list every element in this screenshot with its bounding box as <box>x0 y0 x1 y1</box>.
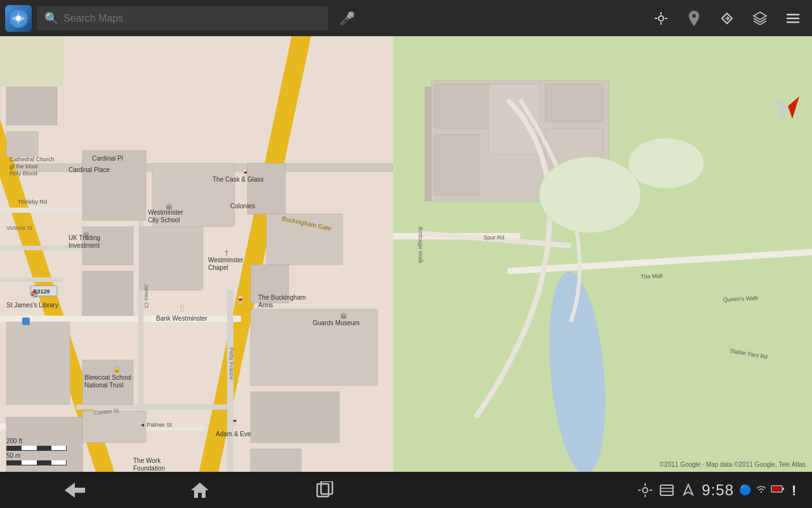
destination-button[interactable] <box>680 4 708 32</box>
svg-text:City School: City School <box>148 217 180 224</box>
svg-text:The Work: The Work <box>133 457 161 464</box>
layers-button-bottom[interactable] <box>658 474 675 506</box>
search-bar[interactable]: 🔍 <box>37 6 328 30</box>
svg-text:🔒: 🔒 <box>113 365 121 373</box>
svg-text:The Cask & Glass: The Cask & Glass <box>213 176 264 183</box>
svg-rect-48 <box>251 449 301 472</box>
wifi-icon <box>756 483 767 497</box>
time-display: 9:58 <box>702 481 734 499</box>
svg-text:Cardinal Place: Cardinal Place <box>69 166 110 173</box>
svg-text:James Ct: James Ct <box>143 284 150 309</box>
svg-rect-41 <box>140 227 203 290</box>
svg-rect-50 <box>6 322 70 404</box>
svg-text:of the Most: of the Most <box>10 163 38 170</box>
svg-rect-94 <box>22 318 30 325</box>
scale-ft-label: 200 ft <box>6 438 32 444</box>
svg-point-7 <box>692 14 696 18</box>
svg-text:Holy Blood: Holy Blood <box>10 170 37 177</box>
svg-rect-121 <box>773 487 782 491</box>
svg-point-54 <box>539 157 641 233</box>
svg-rect-34 <box>546 84 603 122</box>
svg-text:Adam & Eve: Adam & Eve <box>216 431 251 438</box>
app-icon <box>5 5 32 32</box>
bottom-bar: 9:58 🔵 <box>0 472 812 508</box>
svg-rect-47 <box>251 392 339 443</box>
svg-text:Investment: Investment <box>69 242 100 249</box>
svg-text:Blewcoat School: Blewcoat School <box>84 374 131 381</box>
my-location-button[interactable] <box>637 474 653 506</box>
svg-rect-52 <box>82 411 146 443</box>
navigation-button[interactable] <box>680 474 697 506</box>
menu-button[interactable] <box>779 4 807 32</box>
recents-button[interactable] <box>263 474 388 506</box>
svg-text:Thirleby Rd: Thirleby Rd <box>18 199 47 205</box>
location-button[interactable] <box>647 4 675 32</box>
svg-point-2 <box>658 16 664 21</box>
svg-point-1 <box>16 16 21 21</box>
svg-text:Petty France: Petty France <box>228 347 235 380</box>
svg-text:📚: 📚 <box>30 290 39 298</box>
svg-text:🍷: 🍷 <box>236 295 245 304</box>
top-bar: 🔍 🎤 <box>0 0 812 36</box>
alert-icon: ❕ <box>789 485 799 495</box>
svg-rect-24 <box>227 290 233 472</box>
svg-rect-36 <box>6 87 57 125</box>
svg-rect-42 <box>82 271 133 316</box>
svg-rect-37 <box>6 131 38 157</box>
svg-rect-27 <box>0 277 63 282</box>
svg-rect-31 <box>435 84 492 128</box>
mic-button[interactable]: 🎤 <box>333 4 361 32</box>
svg-marker-108 <box>191 483 209 498</box>
map-view[interactable]: Buckingham Gate Birdcage Walk Petty Fran… <box>0 36 812 472</box>
svg-text:Foundation: Foundation <box>133 465 165 472</box>
svg-text:🏛: 🏛 <box>166 203 173 211</box>
scale-m-label: 50 m <box>6 452 32 459</box>
svg-text:Victoria St: Victoria St <box>6 225 32 231</box>
svg-point-111 <box>643 488 648 493</box>
status-icons: 🔵 ❕ <box>739 483 799 497</box>
svg-text:Birdcage Walk: Birdcage Walk <box>417 227 424 264</box>
svg-text:Colonies: Colonies <box>230 203 255 210</box>
bluetooth-icon: 🔵 <box>739 484 752 496</box>
home-button[interactable] <box>138 474 263 506</box>
svg-rect-116 <box>660 485 673 495</box>
search-icon: 🔍 <box>44 11 58 25</box>
svg-text:Chapel: Chapel <box>208 264 228 271</box>
svg-text:Guards Museum: Guards Museum <box>313 319 360 326</box>
svg-text:The Buckingham: The Buckingham <box>258 294 306 301</box>
copyright-text: ©2011 Google · Map data ©2011 Google, Te… <box>660 461 806 468</box>
svg-text:Spur Rd: Spur Rd <box>483 234 504 241</box>
svg-text:†: † <box>225 249 228 257</box>
svg-rect-13 <box>0 36 63 87</box>
scale-bar: 200 ft 50 m <box>6 438 67 465</box>
back-button[interactable] <box>13 474 138 506</box>
svg-text:Westminster: Westminster <box>208 257 244 264</box>
svg-rect-120 <box>782 488 784 490</box>
search-input[interactable] <box>63 13 320 24</box>
svg-text:◄ Palmer St: ◄ Palmer St <box>140 422 172 428</box>
svg-text:The Mall: The Mall <box>641 272 663 280</box>
layers-button[interactable] <box>746 4 774 32</box>
svg-text:🍴: 🍴 <box>178 304 187 312</box>
status-area: 9:58 🔵 <box>637 474 799 506</box>
svg-marker-107 <box>65 483 85 498</box>
svg-text:Arms: Arms <box>258 302 273 309</box>
svg-point-55 <box>628 138 704 189</box>
directions-button[interactable] <box>713 4 741 32</box>
svg-text:🍷: 🍷 <box>230 417 239 425</box>
svg-text:National Trust: National Trust <box>84 382 124 389</box>
svg-text:Cathedral Church: Cathedral Church <box>10 156 55 163</box>
svg-rect-32 <box>435 135 479 195</box>
svg-text:St James's Library: St James's Library <box>6 302 58 309</box>
battery-icon <box>771 483 785 497</box>
svg-text:Bank Westminster: Bank Westminster <box>156 315 208 322</box>
svg-text:Cardinal Pl: Cardinal Pl <box>92 155 123 162</box>
svg-text:🏛: 🏛 <box>83 232 89 239</box>
